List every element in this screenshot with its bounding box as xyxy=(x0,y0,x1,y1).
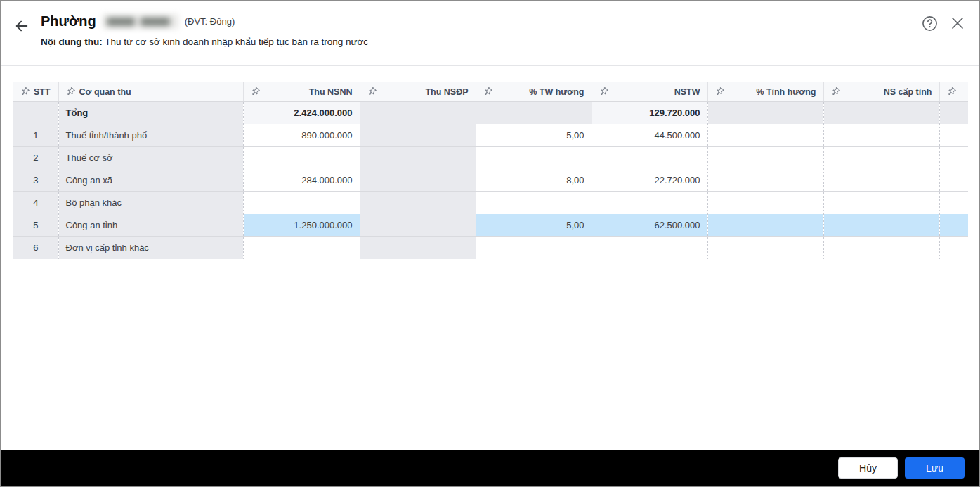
cancel-button[interactable]: Hủy xyxy=(838,457,898,479)
title-line: Phường (ĐVT: Đồng) xyxy=(41,13,235,30)
cell-thu_nsnn[interactable] xyxy=(243,192,360,214)
cell-tinh_huong[interactable] xyxy=(707,147,823,169)
total-row: Tổng2.424.000.000129.720.000 xyxy=(13,102,968,124)
page-header: Phường (ĐVT: Đồng) Nội dung thu: Thu từ … xyxy=(1,1,979,66)
column-header-thu_nsnn[interactable]: Thu NSNN xyxy=(243,82,360,102)
column-label: Thu NSĐP xyxy=(381,87,469,97)
table-row: 6Đơn vị cấp tỉnh khác xyxy=(13,237,968,259)
pin-icon[interactable] xyxy=(64,85,77,98)
cell-tinh_huong[interactable] xyxy=(707,237,823,259)
column-header-nstw[interactable]: NSTW xyxy=(592,82,707,102)
table-head: STTCơ quan thuThu NSNNThu NSĐP% TW hưởng… xyxy=(13,82,968,102)
cell-tinh_huong[interactable] xyxy=(707,214,823,237)
total-cell-co_quan_thu: Tổng xyxy=(58,102,243,124)
total-cell-extra xyxy=(939,102,968,124)
revenue-table: STTCơ quan thuThu NSNNThu NSĐP% TW hưởng… xyxy=(13,82,968,259)
cell-ns_cap_tinh[interactable] xyxy=(823,124,939,147)
cell-tw_huong[interactable] xyxy=(476,147,592,169)
cell-tinh_huong[interactable] xyxy=(707,124,823,147)
cell-ns_cap_tinh[interactable] xyxy=(823,169,939,192)
pin-icon[interactable] xyxy=(597,85,610,98)
cell-tinh_huong[interactable] xyxy=(707,192,823,214)
table-row: 2Thuế cơ sở xyxy=(13,147,968,169)
cell-nstw[interactable] xyxy=(592,192,707,214)
cell-extra[interactable] xyxy=(939,192,968,214)
cell-ns_cap_tinh[interactable] xyxy=(823,237,939,259)
cell-thu_nsnn[interactable] xyxy=(243,147,360,169)
column-label: % Tỉnh hưởng xyxy=(729,87,816,97)
cell-tw_huong[interactable] xyxy=(476,192,592,214)
column-header-ns_cap_tinh[interactable]: NS cấp tỉnh xyxy=(823,82,939,102)
total-cell-thu_nsdp xyxy=(360,102,476,124)
cell-thu_nsnn[interactable]: 284.000.000 xyxy=(243,169,360,192)
save-button[interactable]: Lưu xyxy=(905,457,965,479)
cell-stt: 1 xyxy=(13,124,58,147)
unit-label: (ĐVT: Đồng) xyxy=(185,16,235,27)
cell-ns_cap_tinh[interactable] xyxy=(823,192,939,214)
cell-thu_nsnn[interactable]: 1.250.000.000 xyxy=(243,214,360,237)
pin-icon[interactable] xyxy=(713,85,726,98)
cell-thu_nsdp xyxy=(360,237,476,259)
column-header-stt[interactable]: STT xyxy=(13,82,58,102)
cell-tinh_huong[interactable] xyxy=(707,169,823,192)
cell-nstw[interactable]: 44.500.000 xyxy=(592,124,707,147)
back-button[interactable] xyxy=(12,16,32,36)
help-icon[interactable] xyxy=(920,14,939,32)
cell-thu_nsdp xyxy=(360,192,476,214)
cell-nstw[interactable]: 62.500.000 xyxy=(592,214,707,237)
cell-extra[interactable] xyxy=(939,169,968,192)
column-header-thu_nsdp[interactable]: Thu NSĐP xyxy=(360,82,476,102)
column-label: Cơ quan thu xyxy=(79,87,131,97)
cell-thu_nsdp xyxy=(360,214,476,237)
arrow-left-icon xyxy=(14,18,30,34)
column-label: NSTW xyxy=(613,87,700,97)
cell-extra[interactable] xyxy=(939,147,968,169)
subtitle: Nội dung thu: Thu từ cơ sở kinh doanh nh… xyxy=(41,37,368,47)
cell-thu_nsnn[interactable]: 890.000.000 xyxy=(243,124,360,147)
column-header-tw_huong[interactable]: % TW hưởng xyxy=(476,82,592,102)
table-body: Tổng2.424.000.000129.720.0001Thuế tỉnh/t… xyxy=(13,102,968,259)
cell-extra[interactable] xyxy=(939,124,968,147)
cell-nstw[interactable]: 22.720.000 xyxy=(592,169,707,192)
column-header-co_quan_thu[interactable]: Cơ quan thu xyxy=(58,82,243,102)
cell-stt: 4 xyxy=(13,192,58,214)
cell-tw_huong[interactable]: 5,00 xyxy=(476,214,592,237)
pin-icon[interactable] xyxy=(481,85,494,98)
cell-tw_huong[interactable]: 8,00 xyxy=(476,169,592,192)
column-header-extra[interactable] xyxy=(939,82,968,102)
pin-icon[interactable] xyxy=(829,85,842,98)
cell-co_quan_thu: Thuế cơ sở xyxy=(58,147,243,169)
pin-icon[interactable] xyxy=(365,85,378,98)
total-cell-ns_cap_tinh xyxy=(823,102,939,124)
pin-icon[interactable] xyxy=(945,85,958,98)
pin-icon[interactable] xyxy=(249,85,261,98)
column-header-tinh_huong[interactable]: % Tỉnh hưởng xyxy=(707,82,823,102)
cell-co_quan_thu: Công an tỉnh xyxy=(58,214,243,237)
cell-extra[interactable] xyxy=(939,214,968,237)
header-icons xyxy=(920,14,967,32)
column-label: % TW hưởng xyxy=(497,87,584,97)
cell-nstw[interactable] xyxy=(592,237,707,259)
cell-stt: 3 xyxy=(13,169,58,192)
total-cell-thu_nsnn: 2.424.000.000 xyxy=(243,102,360,124)
cell-tw_huong[interactable] xyxy=(476,237,592,259)
cell-thu_nsnn[interactable] xyxy=(243,237,360,259)
cell-ns_cap_tinh[interactable] xyxy=(823,214,939,237)
pin-icon[interactable] xyxy=(18,85,31,98)
total-cell-stt xyxy=(13,102,58,124)
close-icon[interactable] xyxy=(948,14,967,32)
header-row: STTCơ quan thuThu NSNNThu NSĐP% TW hưởng… xyxy=(13,82,968,102)
total-cell-tinh_huong xyxy=(707,102,823,124)
cell-co_quan_thu: Đơn vị cấp tỉnh khác xyxy=(58,237,243,259)
subtitle-label: Nội dung thu: xyxy=(41,37,103,47)
cell-thu_nsdp xyxy=(360,147,476,169)
cell-ns_cap_tinh[interactable] xyxy=(823,147,939,169)
footer-bar: Hủy Lưu xyxy=(1,450,979,486)
cell-nstw[interactable] xyxy=(592,147,707,169)
cell-co_quan_thu: Bộ phận khác xyxy=(58,192,243,214)
cell-thu_nsdp xyxy=(360,124,476,147)
subtitle-text: Thu từ cơ sở kinh doanh nhập khẩu tiếp t… xyxy=(105,37,368,47)
table-row: 3Công an xã284.000.0008,0022.720.000 xyxy=(13,169,968,192)
cell-extra[interactable] xyxy=(939,237,968,259)
cell-tw_huong[interactable]: 5,00 xyxy=(476,124,592,147)
